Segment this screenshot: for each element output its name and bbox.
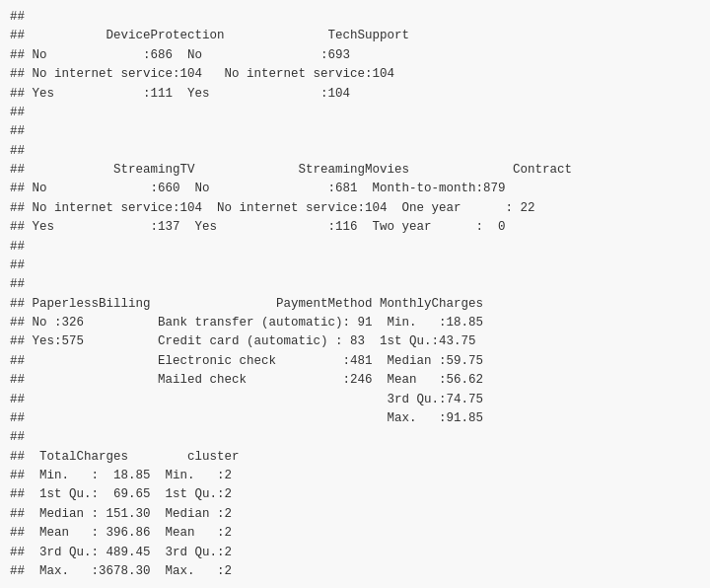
output-line: ## Yes :111 Yes :104 bbox=[10, 85, 700, 104]
output-line: ## bbox=[10, 8, 700, 27]
output-line: ## bbox=[10, 142, 700, 161]
output-line: ## No :660 No :681 Month-to-month:879 bbox=[10, 180, 700, 198]
output-line: ## bbox=[10, 275, 700, 294]
output-line: ## StreamingTV StreamingMovies Contract bbox=[10, 161, 700, 180]
output-line: ## DeviceProtection TechSupport bbox=[10, 27, 700, 45]
output-block: #### DeviceProtection TechSupport## No :… bbox=[10, 8, 700, 581]
output-line: ## PaperlessBilling PaymentMethod Monthl… bbox=[10, 295, 700, 314]
output-line: ## Yes:575 Credit card (automatic) : 83 … bbox=[10, 332, 700, 351]
output-line: ## Mailed check :246 Mean :56.62 bbox=[10, 371, 700, 390]
output-line: ## No internet service:104 No internet s… bbox=[10, 199, 700, 218]
output-line: ## Electronic check :481 Median :59.75 bbox=[10, 352, 700, 371]
output-line: ## bbox=[10, 428, 700, 447]
output-line: ## 3rd Qu.:74.75 bbox=[10, 391, 700, 409]
output-line: ## Max. :3678.30 Max. :2 bbox=[10, 562, 700, 581]
output-line: ## Median : 151.30 Median :2 bbox=[10, 505, 700, 524]
output-line: ## Mean : 396.86 Mean :2 bbox=[10, 524, 700, 543]
output-line: ## No :326 Bank transfer (automatic): 91… bbox=[10, 314, 700, 332]
output-line: ## 1st Qu.: 69.65 1st Qu.:2 bbox=[10, 485, 700, 504]
output-line: ## Yes :137 Yes :116 Two year : 0 bbox=[10, 218, 700, 237]
output-line: ## bbox=[10, 104, 700, 122]
output-line: ## No :686 No :693 bbox=[10, 46, 700, 65]
output-line: ## bbox=[10, 122, 700, 141]
output-line: ## Min. : 18.85 Min. :2 bbox=[10, 467, 700, 485]
output-line: ## bbox=[10, 238, 700, 257]
output-line: ## No internet service:104 No internet s… bbox=[10, 65, 700, 84]
output-line: ## TotalCharges cluster bbox=[10, 448, 700, 467]
output-line: ## Max. :91.85 bbox=[10, 409, 700, 428]
output-line: ## bbox=[10, 257, 700, 275]
output-line: ## 3rd Qu.: 489.45 3rd Qu.:2 bbox=[10, 544, 700, 562]
